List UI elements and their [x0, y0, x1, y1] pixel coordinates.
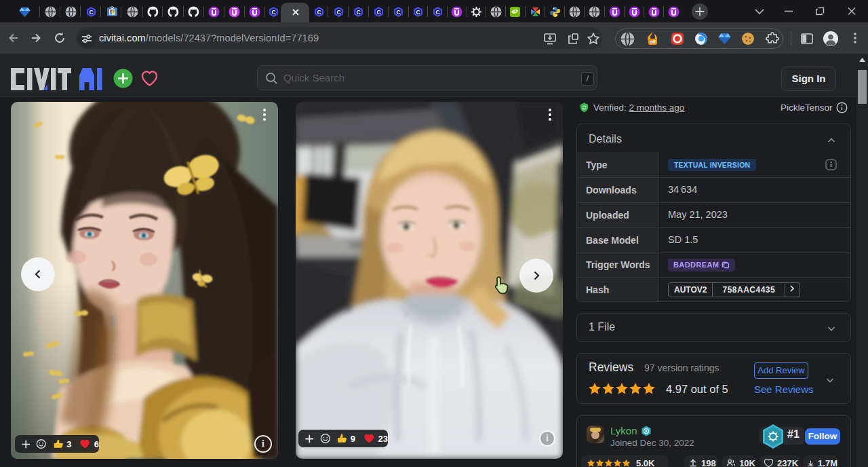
svg-text:off: off — [650, 39, 656, 44]
